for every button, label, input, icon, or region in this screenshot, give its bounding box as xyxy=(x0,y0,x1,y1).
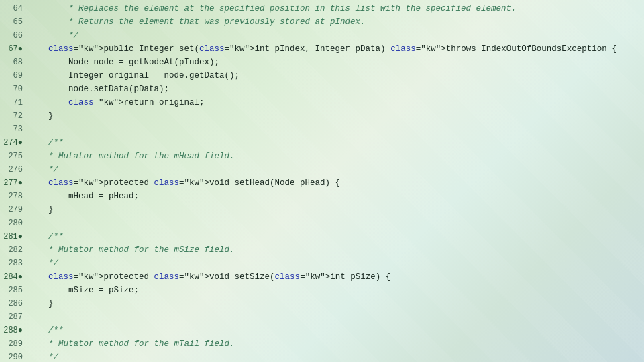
code-line: 71 class="kw">return original; xyxy=(0,97,644,110)
code-editor: 64 * Replaces the element at the specifi… xyxy=(0,0,644,362)
line-number: 69 xyxy=(0,70,28,82)
line-number: 289 xyxy=(0,338,28,351)
line-number: 65 xyxy=(0,16,28,29)
line-number: 282 xyxy=(0,244,28,257)
code-line: 66 */ xyxy=(0,29,644,43)
line-content: * Mutator method for the mSize field. xyxy=(28,244,644,257)
code-line: 275 * Mutator method for the mHead field… xyxy=(0,150,644,164)
line-number: 283 xyxy=(0,257,28,270)
line-content: */ xyxy=(28,29,644,42)
code-line: 282 * Mutator method for the mSize field… xyxy=(0,244,644,257)
line-content: */ xyxy=(28,257,644,270)
code-line: 287 xyxy=(0,311,644,324)
line-number: 280 xyxy=(0,217,28,230)
line-content: node.setData(pData); xyxy=(28,83,644,96)
code-line: 280 xyxy=(0,217,644,231)
line-content: */ xyxy=(28,164,644,176)
line-number: 70 xyxy=(0,83,28,96)
line-number: 288● xyxy=(0,324,28,337)
code-line: 73 xyxy=(0,123,644,137)
line-number: 284● xyxy=(0,271,28,284)
line-number: 68 xyxy=(0,56,28,69)
line-number: 64 xyxy=(0,3,28,15)
code-line: 68 Node node = getNodeAt(pIndex); xyxy=(0,56,644,70)
code-line: 278 mHead = pHead; xyxy=(0,190,644,204)
line-content xyxy=(28,123,644,136)
line-number: 281● xyxy=(0,231,28,243)
line-content: * Mutator method for the mHead field. xyxy=(28,150,644,163)
line-content: class="kw">public Integer set(class="kw"… xyxy=(28,43,644,56)
line-content: mHead = pHead; xyxy=(28,190,644,203)
code-line: 67● class="kw">public Integer set(class=… xyxy=(0,43,644,56)
code-line: 69 Integer original = node.getData(); xyxy=(0,70,644,83)
line-number: 286 xyxy=(0,298,28,310)
line-number: 73 xyxy=(0,123,28,136)
code-line: 286 } xyxy=(0,298,644,311)
line-content: class="kw">protected class="kw">void set… xyxy=(28,177,644,190)
line-number: 71 xyxy=(0,97,28,109)
code-line: 279 } xyxy=(0,204,644,217)
line-content: /** xyxy=(28,137,644,149)
line-number: 278 xyxy=(0,190,28,203)
code-line: 72 } xyxy=(0,110,644,123)
line-content: * Mutator method for the mTail field. xyxy=(28,338,644,351)
line-number: 285 xyxy=(0,284,28,297)
line-number: 276 xyxy=(0,164,28,176)
line-content: /** xyxy=(28,231,644,243)
line-number: 275 xyxy=(0,150,28,163)
line-content: class="kw">return original; xyxy=(28,97,644,109)
line-content: } xyxy=(28,204,644,217)
line-content: /** xyxy=(28,324,644,337)
line-number: 66 xyxy=(0,29,28,42)
line-number: 277● xyxy=(0,177,28,190)
line-content: Node node = getNodeAt(pIndex); xyxy=(28,56,644,69)
line-content: * Returns the element that was previousl… xyxy=(28,16,644,29)
line-content: * Replaces the element at the specified … xyxy=(28,3,644,15)
line-content: class="kw">protected class="kw">void set… xyxy=(28,271,644,284)
line-number: 290 xyxy=(0,351,28,362)
code-line: 288● /** xyxy=(0,324,644,338)
code-line: 274● /** xyxy=(0,137,644,150)
line-content: mSize = pSize; xyxy=(28,284,644,297)
code-line: 70 node.setData(pData); xyxy=(0,83,644,97)
code-line: 283 */ xyxy=(0,257,644,271)
line-content: */ xyxy=(28,351,644,362)
code-line: 289 * Mutator method for the mTail field… xyxy=(0,338,644,351)
code-line: 65 * Returns the element that was previo… xyxy=(0,16,644,29)
code-line: 281● /** xyxy=(0,231,644,244)
line-number: 67● xyxy=(0,43,28,56)
code-line: 284● class="kw">protected class="kw">voi… xyxy=(0,271,644,284)
line-content xyxy=(28,311,644,324)
line-content: Integer original = node.getData(); xyxy=(28,70,644,82)
code-line: 276 */ xyxy=(0,164,644,177)
line-number: 72 xyxy=(0,110,28,123)
code-line: 64 * Replaces the element at the specifi… xyxy=(0,3,644,16)
line-number: 279 xyxy=(0,204,28,217)
code-line: 285 mSize = pSize; xyxy=(0,284,644,298)
line-content: } xyxy=(28,110,644,123)
code-line: 277● class="kw">protected class="kw">voi… xyxy=(0,177,644,190)
line-number: 274● xyxy=(0,137,28,149)
line-content: } xyxy=(28,298,644,310)
line-number: 287 xyxy=(0,311,28,324)
line-content xyxy=(28,217,644,230)
code-line: 290 */ xyxy=(0,351,644,362)
